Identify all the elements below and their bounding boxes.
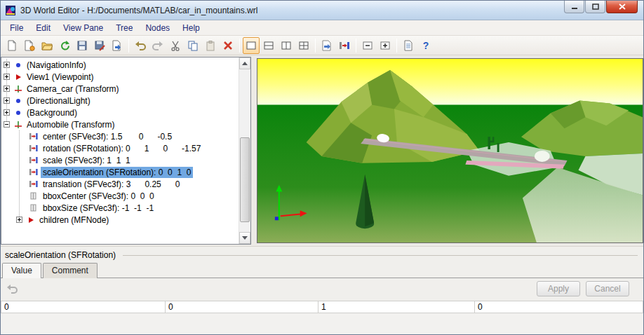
expand-plus-icon[interactable] — [4, 62, 10, 68]
editor-tabs: Value Comment — [1, 263, 643, 278]
value-edit-toolbar: Apply Cancel — [1, 278, 643, 299]
delete-button[interactable] — [220, 37, 236, 54]
expand-plus-icon[interactable] — [16, 217, 22, 223]
field-editor-panel: scaleOrientation (SFRotation) Value Comm… — [1, 246, 643, 334]
tree-field-label: rotation (SFRotation): 0 1 0 -1.57 — [41, 143, 203, 154]
documentation-icon — [403, 40, 414, 51]
save-button[interactable] — [74, 37, 90, 54]
export-button[interactable] — [109, 37, 126, 54]
value-table: 0 0 1 0 — [1, 301, 643, 313]
tree-field-scaleorientation[interactable]: scaleOrientation (SFRotation): 0 0 1 0 — [1, 166, 239, 178]
title-bar[interactable]: 3D World Editor - H:/Documents/MATLAB/ca… — [1, 1, 643, 20]
app-window: 3D World Editor - H:/Documents/MATLAB/ca… — [0, 0, 644, 335]
cancel-button[interactable]: Cancel — [586, 281, 629, 296]
expand-plus-icon[interactable] — [4, 74, 10, 80]
value-cell-1[interactable]: 0 — [166, 301, 318, 313]
collapse-minus-icon[interactable] — [4, 121, 10, 128]
field-icon — [29, 132, 38, 140]
value-cell-3[interactable]: 0 — [475, 301, 643, 313]
menu-nodes[interactable]: Nodes — [139, 21, 176, 35]
open-button[interactable] — [39, 37, 55, 54]
menu-help[interactable]: Help — [176, 21, 206, 35]
layout-quad-button[interactable] — [295, 37, 312, 54]
tree-node-viewpoint[interactable]: View1 (Viewpoint) — [1, 71, 239, 83]
menu-file[interactable]: File — [4, 21, 29, 35]
field-icon — [29, 168, 38, 176]
revert-icon[interactable] — [6, 283, 18, 294]
tree-field-scale[interactable]: scale (SFVec3f): 1 1 1 — [1, 154, 239, 166]
menu-edit[interactable]: Edit — [29, 21, 57, 35]
copy-button[interactable] — [185, 37, 201, 54]
tree-node-navigationinfo[interactable]: (NavigationInfo) — [1, 59, 239, 71]
refresh-icon — [59, 40, 70, 51]
viewpoint-icon — [15, 74, 22, 81]
collapse-all-button[interactable] — [359, 37, 376, 54]
layout-split-v-button[interactable] — [278, 37, 295, 54]
tree-field-translation[interactable]: translation (SFVec3f): 3 0.25 0 — [1, 178, 239, 190]
toolbar-separator — [356, 39, 356, 53]
toolbar-separator — [239, 39, 240, 53]
svg-text:?: ? — [423, 40, 429, 51]
mfnode-icon — [27, 217, 34, 224]
tree-field-bboxsize[interactable]: bboxSize (SFVec3f): -1 -1 -1 — [1, 202, 239, 214]
tree-node-camera-car[interactable]: Camera_car (Transform) — [1, 83, 239, 95]
tab-comment[interactable]: Comment — [43, 263, 98, 278]
apply-button[interactable]: Apply — [537, 281, 580, 296]
paste-button[interactable] — [202, 37, 219, 54]
redo-icon — [152, 40, 163, 51]
minimize-button[interactable] — [564, 1, 584, 13]
tree-field-label: scale (SFVec3f): 1 1 1 — [41, 155, 133, 166]
expand-plus-icon[interactable] — [4, 97, 10, 104]
pane-splitter[interactable] — [251, 57, 257, 246]
tree-node-directionallight[interactable]: (DirectionalLight) — [1, 95, 239, 107]
panel-title-row: scaleOrientation (SFRotation) — [1, 249, 643, 262]
toolbar: ? — [1, 36, 643, 55]
maximize-button[interactable] — [585, 1, 605, 13]
menu-tree[interactable]: Tree — [109, 21, 139, 35]
tree-scrollbar[interactable] — [239, 57, 250, 244]
new-from-template-button[interactable] — [21, 37, 38, 54]
layout-single-button[interactable] — [243, 37, 260, 54]
sky — [257, 59, 643, 106]
scroll-down-button[interactable] — [239, 232, 250, 244]
tree-field-bboxcenter[interactable]: bboxCenter (SFVec3f): 0 0 0 — [1, 190, 239, 202]
new-icon — [6, 40, 18, 51]
directionallight-icon — [15, 97, 22, 104]
node-insert-button[interactable] — [318, 37, 335, 54]
value-cell-2[interactable]: 1 — [318, 301, 475, 313]
menu-view-pane[interactable]: View Pane — [57, 21, 109, 35]
save-edit-button[interactable] — [91, 37, 108, 54]
tree-field-rotation[interactable]: rotation (SFRotation): 0 1 0 -1.57 — [1, 142, 239, 154]
bbox-field-icon — [29, 204, 38, 212]
close-button[interactable] — [606, 1, 638, 13]
layout-split-h-button[interactable] — [260, 37, 277, 54]
open-icon — [41, 40, 53, 51]
refresh-button[interactable] — [56, 37, 73, 54]
save-edit-icon — [94, 40, 105, 51]
tab-value[interactable]: Value — [2, 263, 41, 278]
node-connector-button[interactable] — [336, 37, 353, 54]
tree-panel: (NavigationInfo) View1 (Viewpoint) Camer… — [1, 57, 251, 245]
expand-plus-icon[interactable] — [4, 109, 10, 116]
rock — [535, 151, 550, 162]
redo-button[interactable] — [149, 37, 166, 54]
help-button[interactable]: ? — [417, 37, 434, 54]
tree-node-background[interactable]: (Background) — [1, 107, 239, 118]
scroll-thumb[interactable] — [240, 137, 250, 222]
undo-button[interactable] — [132, 37, 149, 54]
cut-button[interactable] — [167, 37, 184, 54]
value-tab-content: Apply Cancel 0 0 1 0 — [1, 278, 643, 334]
scroll-track[interactable] — [239, 69, 250, 232]
tree-field-center[interactable]: center (SFVec3f): 1.5 0 -0.5 — [1, 130, 239, 142]
tree-node-automobile[interactable]: Automobile (Transform) — [1, 118, 239, 130]
tree-node-children[interactable]: children (MFNode) — [1, 214, 239, 226]
value-cell-0[interactable]: 0 — [1, 301, 166, 313]
new-button[interactable] — [4, 37, 20, 54]
scene-tree[interactable]: (NavigationInfo) View1 (Viewpoint) Camer… — [1, 57, 239, 244]
arrow-up-icon — [242, 62, 248, 65]
3d-viewport[interactable] — [257, 58, 643, 243]
expand-plus-icon[interactable] — [4, 86, 10, 92]
documentation-button[interactable] — [400, 37, 417, 54]
expand-all-button[interactable] — [377, 37, 394, 54]
scroll-up-button[interactable] — [239, 57, 250, 69]
